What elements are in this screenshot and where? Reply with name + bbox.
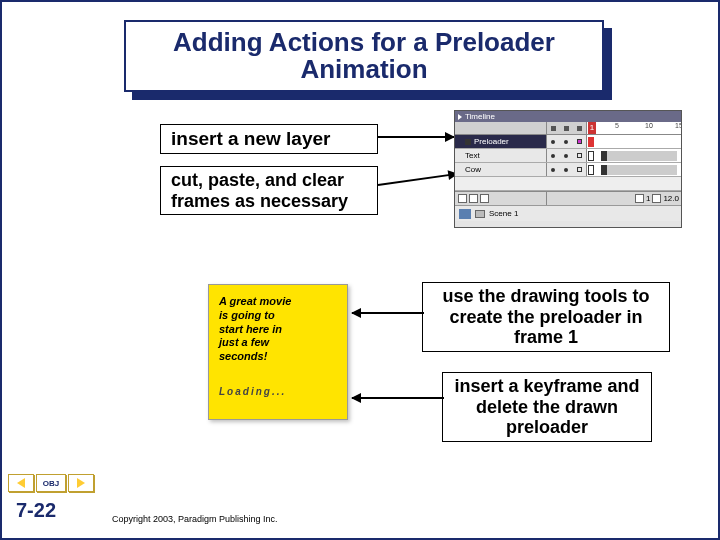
preloader-mock: A great movie is going to start here in … <box>208 284 348 420</box>
layer-toggles[interactable] <box>547 149 587 162</box>
pencil-icon <box>465 139 471 145</box>
frame-ruler[interactable]: 1 5 10 15 <box>587 122 681 134</box>
layer-toggles[interactable] <box>547 135 587 148</box>
timeline-column-header: 1 5 10 15 <box>455 122 681 135</box>
preloader-message: A great movie is going to start here in … <box>219 295 337 364</box>
layer-name[interactable]: Cow <box>455 163 547 176</box>
layer-buttons <box>455 192 547 205</box>
arrow-4 <box>352 397 444 399</box>
layer-row-preloader[interactable]: Preloader <box>455 135 681 149</box>
callout-insert-layer: insert a new layer <box>160 124 378 154</box>
triangle-left-icon <box>17 478 25 488</box>
arrow-3 <box>352 312 424 314</box>
lock-icon <box>564 126 569 131</box>
ruler-tick: 5 <box>615 122 619 129</box>
title-box: Adding Actions for a Preloader Animation <box>124 20 604 92</box>
layer-toggles[interactable] <box>547 163 587 176</box>
slide-nav: OBJ <box>8 474 94 492</box>
layer-row-text[interactable]: Text <box>455 149 681 163</box>
layer-name[interactable]: Text <box>455 149 547 162</box>
scene-name: Scene 1 <box>489 209 518 218</box>
timeline-panel: Timeline 1 5 10 15 Preloader Text <box>454 110 682 228</box>
slide-title: Adding Actions for a Preloader Animation <box>126 29 602 84</box>
timeline-footer: 1 12.0 <box>455 191 681 205</box>
callout-cut-paste: cut, paste, and clear frames as necessar… <box>160 166 378 215</box>
timeline-title: Timeline <box>465 112 495 121</box>
disclosure-icon <box>458 114 462 120</box>
layer-name[interactable]: Preloader <box>455 135 547 148</box>
callout-keyframe: insert a keyframe and delete the drawn p… <box>442 372 652 442</box>
next-button[interactable] <box>68 474 94 492</box>
status-button[interactable] <box>652 194 661 203</box>
keyframe-icon[interactable] <box>588 137 594 147</box>
triangle-right-icon <box>77 478 85 488</box>
ruler-tick: 10 <box>645 122 653 129</box>
timeline-empty <box>455 177 681 191</box>
ruler-tick: 15 <box>675 122 681 129</box>
prev-button[interactable] <box>8 474 34 492</box>
layer-toggle-header <box>547 122 587 134</box>
arrow-1 <box>378 136 454 138</box>
keyframe-icon[interactable] <box>588 165 594 175</box>
delete-layer-button[interactable] <box>480 194 489 203</box>
eye-icon <box>551 126 556 131</box>
arrow-2 <box>378 173 457 186</box>
back-arrow-icon[interactable] <box>459 209 471 219</box>
obj-button[interactable]: OBJ <box>36 474 66 492</box>
page-number: 7-22 <box>16 499 56 522</box>
scene-icon <box>475 210 485 218</box>
slide: Adding Actions for a Preloader Animation… <box>0 0 720 540</box>
current-frame: 1 <box>646 194 650 203</box>
scene-bar[interactable]: Scene 1 <box>455 205 681 221</box>
outline-icon <box>577 126 582 131</box>
copyright: Copyright 2003, Paradigm Publishing Inc. <box>112 514 278 524</box>
keyframe-icon[interactable] <box>588 151 594 161</box>
playhead-marker[interactable]: 1 <box>588 122 596 134</box>
add-folder-button[interactable] <box>469 194 478 203</box>
frame-status: 1 12.0 <box>547 192 681 205</box>
frame-span[interactable] <box>607 165 677 175</box>
timeline-header[interactable]: Timeline <box>455 111 681 122</box>
frame-span[interactable] <box>607 151 677 161</box>
add-layer-button[interactable] <box>458 194 467 203</box>
layer-frames[interactable] <box>587 135 681 148</box>
layer-frames[interactable] <box>587 163 681 176</box>
layer-row-cow[interactable]: Cow <box>455 163 681 177</box>
loading-text: Loading... <box>219 386 337 397</box>
status-button[interactable] <box>635 194 644 203</box>
layer-name-header <box>455 122 547 134</box>
callout-drawing-tools: use the drawing tools to create the prel… <box>422 282 670 352</box>
layer-frames[interactable] <box>587 149 681 162</box>
frame-rate: 12.0 <box>663 194 679 203</box>
